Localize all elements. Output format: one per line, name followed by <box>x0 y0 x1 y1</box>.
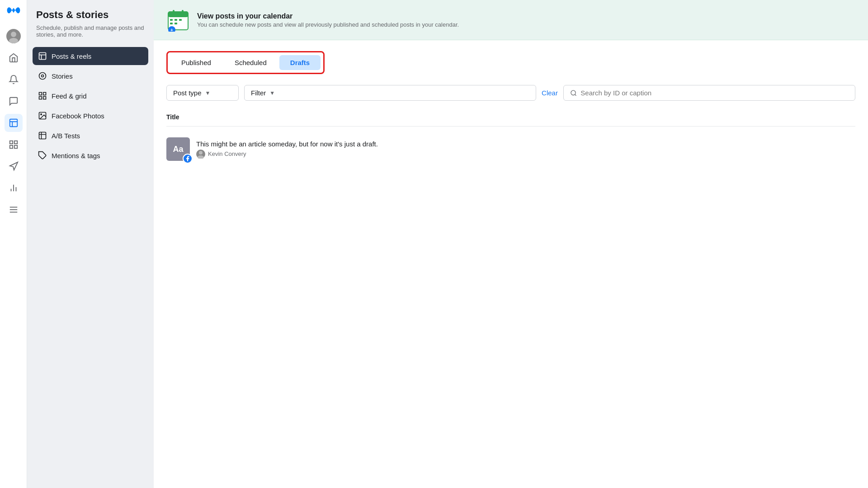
svg-rect-2 <box>9 119 17 127</box>
svg-point-36 <box>198 155 204 159</box>
sidebar-item-posts-reels[interactable]: Posts & reels <box>33 47 148 65</box>
ab-tests-icon <box>38 131 47 140</box>
sidebar-item-label: Mentions & tags <box>52 152 100 160</box>
draft-author: Kevin Convery <box>196 150 855 159</box>
svg-point-14 <box>39 73 46 80</box>
svg-point-21 <box>41 114 42 115</box>
draft-thumbnail: Aa <box>166 137 190 161</box>
icon-bar <box>0 0 27 488</box>
user-avatar[interactable] <box>6 29 21 43</box>
stories-icon <box>38 71 47 80</box>
author-name: Kevin Convery <box>208 150 246 157</box>
sidebar-item-ab-tests[interactable]: A/B Tests <box>33 127 148 145</box>
chart-nav-icon[interactable] <box>5 179 23 197</box>
meta-logo <box>5 5 22 22</box>
banner-subtitle: You can schedule new posts and view all … <box>197 21 459 28</box>
svg-rect-31 <box>175 23 177 24</box>
sidebar: Posts & stories Schedule, publish and ma… <box>27 0 154 488</box>
svg-point-0 <box>11 32 16 37</box>
content-area: Published Scheduled Drafts Post type ▼ F… <box>154 40 868 488</box>
grid-nav-icon[interactable] <box>5 136 23 154</box>
home-nav-icon[interactable] <box>5 49 23 67</box>
svg-rect-17 <box>43 93 46 95</box>
sidebar-item-label: Stories <box>52 72 73 80</box>
svg-text:+: + <box>170 28 173 32</box>
svg-rect-26 <box>182 10 184 14</box>
search-input[interactable] <box>580 89 849 97</box>
banner-title: View posts in your calendar <box>197 12 459 20</box>
post-type-chevron-icon: ▼ <box>205 90 211 96</box>
tabs-container: Published Scheduled Drafts <box>166 51 325 74</box>
svg-rect-3 <box>9 141 12 144</box>
filter-dropdown[interactable]: Filter ▼ <box>244 85 536 101</box>
message-nav-icon[interactable] <box>5 92 23 110</box>
svg-rect-27 <box>170 19 173 21</box>
tab-published[interactable]: Published <box>170 55 222 70</box>
svg-rect-5 <box>9 145 12 148</box>
svg-rect-19 <box>43 97 46 99</box>
calendar-banner: + View posts in your calendar You can sc… <box>154 0 868 40</box>
filter-chevron-icon: ▼ <box>269 90 275 96</box>
calendar-icon: + <box>166 8 190 32</box>
sidebar-item-feed-grid[interactable]: Feed & grid <box>33 87 148 105</box>
svg-point-34 <box>571 90 576 95</box>
bell-nav-icon[interactable] <box>5 70 23 89</box>
draft-caption: This might be an article someday, but fo… <box>196 140 855 148</box>
draft-thumb-text: Aa <box>173 145 183 154</box>
sidebar-item-mentions-tags[interactable]: Mentions & tags <box>33 146 148 164</box>
svg-rect-16 <box>39 93 42 95</box>
svg-rect-29 <box>179 19 182 21</box>
facebook-photos-icon <box>38 111 47 120</box>
posts-nav-icon[interactable] <box>5 114 23 132</box>
author-avatar <box>196 150 205 159</box>
search-icon <box>570 89 577 97</box>
sidebar-item-facebook-photos[interactable]: Facebook Photos <box>33 107 148 125</box>
tab-drafts[interactable]: Drafts <box>279 55 321 70</box>
facebook-badge <box>183 154 193 164</box>
svg-rect-24 <box>168 12 188 17</box>
filters-row: Post type ▼ Filter ▼ Clear <box>166 85 855 101</box>
post-type-filter[interactable]: Post type ▼ <box>166 85 239 101</box>
table-title-column: Title <box>166 110 855 127</box>
clear-button[interactable]: Clear <box>542 89 558 97</box>
svg-rect-30 <box>170 23 173 24</box>
svg-rect-6 <box>14 145 17 148</box>
tab-scheduled[interactable]: Scheduled <box>224 55 278 70</box>
svg-rect-18 <box>39 97 42 99</box>
svg-rect-25 <box>173 10 175 14</box>
svg-rect-4 <box>14 141 17 144</box>
banner-text: View posts in your calendar You can sche… <box>197 12 459 28</box>
filter-label: Filter <box>251 89 266 97</box>
svg-point-35 <box>199 151 203 155</box>
post-type-label: Post type <box>173 89 202 97</box>
search-box[interactable] <box>563 85 855 101</box>
sidebar-item-label: Feed & grid <box>52 92 87 100</box>
sidebar-item-stories[interactable]: Stories <box>33 67 148 85</box>
draft-info: This might be an article someday, but fo… <box>196 140 855 159</box>
svg-point-15 <box>42 75 44 77</box>
svg-rect-28 <box>175 19 177 21</box>
page-subtitle: Schedule, publish and manage posts and s… <box>33 24 148 45</box>
svg-rect-13 <box>39 53 46 60</box>
draft-item: Aa This might be an article someday, but… <box>166 132 855 166</box>
mentions-tags-icon <box>38 151 47 160</box>
megaphone-nav-icon[interactable] <box>5 157 23 175</box>
feed-grid-icon <box>38 91 47 100</box>
page-title: Posts & stories <box>33 9 148 23</box>
sidebar-item-label: Posts & reels <box>52 52 91 60</box>
main-content: + View posts in your calendar You can sc… <box>154 0 868 488</box>
sidebar-item-label: A/B Tests <box>52 132 80 140</box>
sidebar-item-label: Facebook Photos <box>52 112 104 120</box>
menu-nav-icon[interactable] <box>5 201 23 219</box>
posts-reels-icon <box>38 52 47 61</box>
svg-point-1 <box>9 38 18 43</box>
